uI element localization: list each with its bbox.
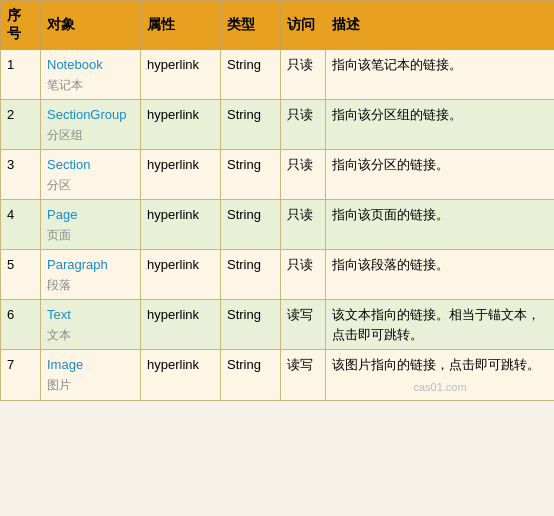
cell-object: Section分区 xyxy=(41,150,141,200)
header-type: 类型 xyxy=(221,1,281,50)
cell-object: SectionGroup分区组 xyxy=(41,100,141,150)
cell-access: 读写 xyxy=(281,350,326,401)
table-row: 2SectionGroup分区组hyperlinkString只读指向该分区组的… xyxy=(1,100,555,150)
cell-attr: hyperlink xyxy=(141,50,221,100)
cell-type: String xyxy=(221,350,281,401)
cell-access: 只读 xyxy=(281,100,326,150)
cell-desc: 该图片指向的链接，点击即可跳转。cas01.com xyxy=(326,350,555,401)
header-attr: 属性 xyxy=(141,1,221,50)
table-row: 7Image图片hyperlinkString读写该图片指向的链接，点击即可跳转… xyxy=(1,350,555,401)
cell-access: 只读 xyxy=(281,50,326,100)
cell-desc: 指向该页面的链接。 xyxy=(326,200,555,250)
obj-name-cn: 笔记本 xyxy=(47,78,83,92)
main-container: 序号 对象 属性 类型 访问 描述 1Notebook笔记本hyperlinkS… xyxy=(0,0,554,401)
cell-num: 5 xyxy=(1,250,41,300)
obj-name-en: Page xyxy=(47,207,77,222)
cell-attr: hyperlink xyxy=(141,150,221,200)
cell-attr: hyperlink xyxy=(141,100,221,150)
obj-name-en: Section xyxy=(47,157,90,172)
header-desc: 描述 xyxy=(326,1,555,50)
cell-object: Image图片 xyxy=(41,350,141,401)
cell-num: 3 xyxy=(1,150,41,200)
cell-num: 1 xyxy=(1,50,41,100)
obj-name-en: Notebook xyxy=(47,57,103,72)
obj-name-cn: 分区 xyxy=(47,178,71,192)
cell-desc: 指向该段落的链接。 xyxy=(326,250,555,300)
header-obj: 对象 xyxy=(41,1,141,50)
obj-name-en: Text xyxy=(47,307,71,322)
obj-name-cn: 页面 xyxy=(47,228,71,242)
cell-attr: hyperlink xyxy=(141,250,221,300)
cell-attr: hyperlink xyxy=(141,200,221,250)
data-table: 序号 对象 属性 类型 访问 描述 1Notebook笔记本hyperlinkS… xyxy=(0,0,554,401)
cell-type: String xyxy=(221,200,281,250)
table-row: 5Paragraph段落hyperlinkString只读指向该段落的链接。 xyxy=(1,250,555,300)
cell-attr: hyperlink xyxy=(141,300,221,350)
cell-attr: hyperlink xyxy=(141,350,221,401)
cell-num: 2 xyxy=(1,100,41,150)
obj-name-cn: 文本 xyxy=(47,328,71,342)
obj-name-cn: 分区组 xyxy=(47,128,83,142)
cell-object: Page页面 xyxy=(41,200,141,250)
cell-num: 7 xyxy=(1,350,41,401)
cell-access: 只读 xyxy=(281,250,326,300)
cell-access: 只读 xyxy=(281,200,326,250)
cell-type: String xyxy=(221,250,281,300)
cell-object: Paragraph段落 xyxy=(41,250,141,300)
table-row: 6Text文本hyperlinkString读写该文本指向的链接。相当于锚文本，… xyxy=(1,300,555,350)
cell-desc: 指向该分区组的链接。 xyxy=(326,100,555,150)
header-row: 序号 对象 属性 类型 访问 描述 xyxy=(1,1,555,50)
cell-desc: 该文本指向的链接。相当于锚文本，点击即可跳转。 xyxy=(326,300,555,350)
cell-num: 4 xyxy=(1,200,41,250)
cell-num: 6 xyxy=(1,300,41,350)
cell-type: String xyxy=(221,150,281,200)
header-num: 序号 xyxy=(1,1,41,50)
table-row: 1Notebook笔记本hyperlinkString只读指向该笔记本的链接。 xyxy=(1,50,555,100)
table-row: 4Page页面hyperlinkString只读指向该页面的链接。 xyxy=(1,200,555,250)
obj-name-en: Image xyxy=(47,357,83,372)
cell-desc: 指向该分区的链接。 xyxy=(326,150,555,200)
obj-name-en: SectionGroup xyxy=(47,107,127,122)
obj-name-cn: 段落 xyxy=(47,278,71,292)
cell-access: 只读 xyxy=(281,150,326,200)
obj-name-cn: 图片 xyxy=(47,378,71,392)
cell-type: String xyxy=(221,50,281,100)
cell-type: String xyxy=(221,100,281,150)
table-row: 3Section分区hyperlinkString只读指向该分区的链接。 xyxy=(1,150,555,200)
cell-object: Text文本 xyxy=(41,300,141,350)
cell-object: Notebook笔记本 xyxy=(41,50,141,100)
cell-desc: 指向该笔记本的链接。 xyxy=(326,50,555,100)
cell-access: 读写 xyxy=(281,300,326,350)
header-access: 访问 xyxy=(281,1,326,50)
obj-name-en: Paragraph xyxy=(47,257,108,272)
cell-type: String xyxy=(221,300,281,350)
